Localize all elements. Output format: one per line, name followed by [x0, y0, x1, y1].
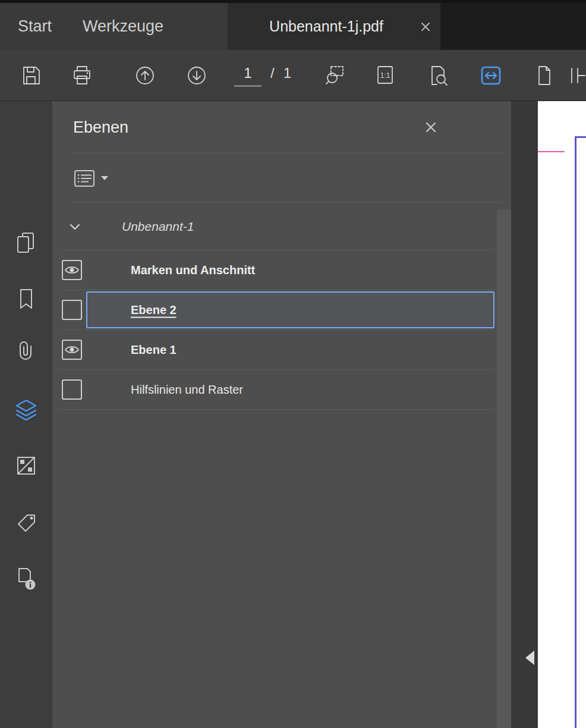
paperclip-icon	[12, 338, 40, 366]
layer-label: Hilfslinien und Raster	[131, 383, 243, 397]
page-magnifier-icon	[425, 62, 451, 89]
document-root-label: Unbenannt-1	[122, 219, 194, 234]
arrow-down-circle-icon	[184, 62, 210, 89]
layers-tree: Unbenannt-1 Marken und Anschnitt Ebene 2	[52, 203, 511, 728]
document-tab[interactable]: Unbenannt-1j.pdf	[228, 3, 440, 50]
chevron-down-icon	[101, 176, 108, 180]
marquee-zoom-icon	[322, 62, 348, 89]
page-total: 1	[283, 64, 291, 81]
layer-row-hilfslinien[interactable]: Hilfslinien und Raster	[59, 370, 494, 410]
acrobat-window: Start Werkzeuge Unbenannt-1j.pdf	[0, 0, 586, 728]
panel-title: Ebenen	[73, 118, 128, 137]
tab-start[interactable]: Start	[18, 17, 52, 36]
close-document-icon[interactable]	[418, 19, 433, 34]
layer-visibility-toggle[interactable]	[62, 300, 82, 320]
navigation-sidebar	[0, 101, 52, 728]
clipped-tool-icon	[569, 62, 586, 89]
model-tree-button[interactable]	[12, 565, 40, 592]
save-button[interactable]	[18, 62, 44, 89]
marquee-zoom-button[interactable]	[322, 62, 348, 89]
layer-label: Ebene 2	[131, 303, 177, 317]
tab-bar: Start Werkzeuge Unbenannt-1j.pdf	[0, 0, 586, 50]
layer-row-marken[interactable]: Marken und Anschnitt	[59, 250, 494, 290]
tab-tools[interactable]: Werkzeuge	[83, 17, 163, 36]
page-number-field: 1 / 1	[234, 64, 291, 86]
fit-width-icon	[478, 62, 504, 89]
layer-visibility-toggle[interactable]	[62, 340, 82, 360]
page-thumbnails-button[interactable]	[12, 229, 40, 256]
tags-button[interactable]	[12, 510, 40, 537]
layers-panel-header: Ebenen	[52, 101, 511, 153]
document-page	[538, 101, 586, 728]
actual-size-icon: 1:1	[372, 62, 398, 89]
pages-icon	[12, 229, 40, 256]
fit-width-button[interactable]	[478, 62, 504, 89]
document-canvas-gutter	[511, 101, 538, 728]
eye-icon	[64, 344, 80, 355]
page-separator: /	[270, 64, 275, 81]
page-frame-border-horizontal	[575, 136, 586, 138]
printer-icon	[69, 62, 95, 89]
layers-root-row[interactable]: Unbenannt-1	[59, 203, 494, 250]
page-down-button[interactable]	[184, 62, 210, 89]
arrow-up-circle-icon	[132, 62, 158, 89]
tag-icon	[12, 510, 40, 537]
actual-size-label: 1:1	[380, 71, 390, 80]
layers-button[interactable]	[12, 397, 40, 424]
panel-scrollbar[interactable]	[497, 210, 511, 728]
order-button[interactable]	[12, 452, 40, 479]
page-icon	[531, 62, 557, 89]
eye-icon	[64, 265, 80, 275]
main-tabs: Start Werkzeuge	[0, 3, 228, 50]
clipped-toolbar-button[interactable]	[569, 62, 586, 89]
layer-row-ebene1[interactable]: Ebene 1	[59, 330, 494, 370]
save-icon	[18, 62, 44, 89]
attachments-button[interactable]	[12, 338, 40, 366]
layer-label: Marken und Anschnitt	[131, 263, 255, 277]
options-list-icon	[73, 169, 96, 188]
bookmark-icon	[12, 285, 40, 313]
quick-toolbar: 1 / 1 1:1	[0, 50, 586, 101]
print-button[interactable]	[69, 62, 95, 89]
layer-visibility-toggle[interactable]	[62, 379, 82, 400]
layers-icon	[12, 397, 40, 424]
panel-options-button[interactable]	[73, 169, 108, 188]
page-preview-zoom-button[interactable]	[425, 62, 451, 89]
close-panel-icon[interactable]	[422, 118, 440, 136]
bleed-mark-line	[538, 151, 565, 152]
collapse-chevron-icon[interactable]	[67, 219, 83, 234]
layer-row-ebene2[interactable]: Ebene 2	[59, 290, 494, 330]
layers-panel: Ebenen Unbenann	[52, 101, 511, 728]
panel-options-row	[52, 153, 511, 203]
order-icon	[12, 452, 40, 479]
layer-label: Ebene 1	[131, 343, 177, 357]
collapse-panel-arrow-icon[interactable]	[525, 651, 534, 665]
actual-size-button[interactable]: 1:1	[372, 62, 398, 89]
page-up-button[interactable]	[132, 62, 158, 89]
layer-visibility-toggle[interactable]	[62, 260, 82, 280]
page-info-icon	[12, 565, 40, 592]
page-number-input[interactable]: 1	[234, 64, 262, 86]
document-tab-title: Unbenannt-1j.pdf	[269, 18, 383, 35]
single-page-button[interactable]	[531, 62, 557, 89]
page-frame-border-vertical	[575, 136, 576, 728]
bookmarks-button[interactable]	[12, 285, 40, 313]
